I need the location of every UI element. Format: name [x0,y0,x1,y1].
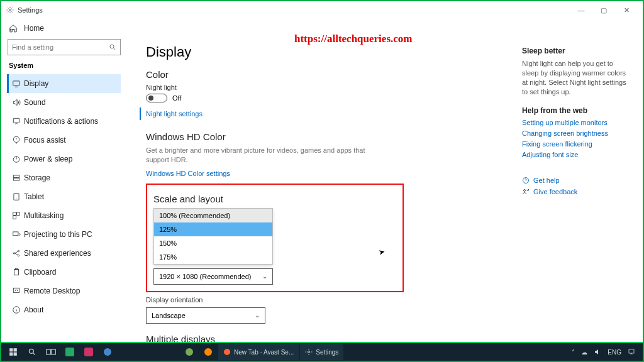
sidebar-item-label: Projecting to this PC [24,230,92,239]
sidebar-item-shared[interactable]: Shared experiences [8,244,121,263]
pinned-app-3[interactable] [98,343,117,361]
resolution-value: 1920 × 1080 (Recommended) [159,273,251,280]
scale-option-150[interactable]: 150% [154,236,272,250]
svg-rect-10 [17,212,20,216]
hd-settings-link[interactable]: Windows HD Color settings [146,170,230,177]
resolution-select[interactable]: 1920 × 1080 (Recommended) ⌄ [153,268,273,285]
search-button[interactable] [23,343,42,361]
sidebar-item-display[interactable]: Display [7,74,121,93]
orientation-select[interactable]: Landscape ⌄ [146,307,265,324]
taskbar-app-settings[interactable]: Settings [300,344,343,360]
sidebar-item-clipboard[interactable]: Clipboard [8,263,121,282]
taskbar: New Tab - Avast Se... Settings ˄ ☁ ENG [1,342,643,361]
home-icon [9,24,18,33]
help-link-monitors[interactable]: Setting up multiple monitors [522,119,629,126]
help-link-fontsize[interactable]: Adjusting font size [522,151,629,158]
help-icon [522,177,533,184]
give-feedback-link[interactable]: Give feedback [522,188,629,195]
svg-point-34 [224,349,230,355]
sidebar-item-label: Clipboard [24,268,56,277]
home-nav[interactable]: Home [9,24,121,33]
svg-point-31 [104,348,111,356]
svg-rect-12 [13,232,18,236]
svg-rect-18 [13,288,19,292]
pinned-app-4[interactable] [180,343,199,361]
svg-point-32 [186,348,193,356]
sleep-better-heading: Sleep better [522,47,629,55]
sidebar-item-projecting[interactable]: Projecting to this PC [8,225,121,244]
get-help-link[interactable]: Get help [522,177,629,184]
minimize-button[interactable]: — [570,6,592,14]
sidebar-item-label: Multitasking [24,211,64,220]
pinned-app-1[interactable] [60,343,79,361]
clipboard-icon [9,268,24,277]
help-link-flickering[interactable]: Fixing screen flickering [522,140,629,148]
svg-rect-24 [9,353,13,356]
orientation-value: Landscape [152,312,186,319]
svg-point-26 [29,349,33,353]
display-icon [9,79,24,88]
sidebar-item-label: Power & sleep [24,155,72,163]
taskbar-app-label: New Tab - Avast Se... [234,349,294,356]
scale-heading: Scale and layout [153,194,396,204]
svg-point-35 [308,351,310,353]
sidebar-item-label: Focus assist [24,136,66,145]
about-icon [9,305,24,314]
hd-description: Get a brighter and more vibrant picture … [146,146,385,165]
system-tray[interactable]: ˄ ☁ ENG [572,348,640,356]
tray-volume-icon[interactable] [594,348,601,356]
start-button[interactable] [4,343,23,361]
svg-rect-2 [13,81,20,85]
svg-rect-23 [14,348,17,351]
sidebar-item-tablet[interactable]: Tablet [8,187,121,206]
scale-option-100[interactable]: 100% (Recommended) [154,209,272,222]
svg-rect-28 [52,349,56,354]
svg-point-21 [524,190,526,192]
tray-lang[interactable]: ENG [608,349,621,356]
sidebar-item-label: Tablet [24,192,44,201]
give-feedback-label: Give feedback [533,188,577,195]
svg-rect-29 [65,348,74,356]
night-light-settings-link[interactable]: Night light settings [146,110,203,118]
tray-cloud-icon[interactable]: ☁ [581,349,587,356]
sidebar-item-label: About [24,305,43,314]
shared-icon [9,249,24,258]
sidebar-item-power[interactable]: Power & sleep [8,150,121,168]
svg-point-15 [18,255,19,256]
maximize-button[interactable]: ▢ [592,6,615,14]
sidebar-item-focus[interactable]: Focus assist [8,131,121,150]
notifications-icon [9,117,24,126]
sidebar-item-multitasking[interactable]: Multitasking [8,206,121,225]
tray-chevron-icon[interactable]: ˄ [572,349,575,356]
notification-center-icon[interactable] [628,348,635,356]
sidebar-item-label: Display [24,79,48,88]
sidebar-item-remote[interactable]: Remote Desktop [8,282,121,300]
help-link-brightness[interactable]: Changing screen brightness [522,129,629,137]
svg-point-14 [18,250,19,251]
sidebar-item-storage[interactable]: Storage [8,168,121,187]
sidebar-item-notifications[interactable]: Notifications & actions [8,112,121,131]
toggle-pill [146,94,167,102]
scale-highlight-box: Scale and layout 100% (Recommended) 125%… [146,184,404,292]
taskview-button[interactable] [42,343,60,361]
scale-option-175[interactable]: 175% [154,250,272,264]
svg-point-1 [110,45,114,48]
svg-rect-6 [13,178,19,181]
pinned-app-5[interactable] [199,343,218,361]
taskbar-app-browser[interactable]: New Tab - Avast Se... [218,344,299,360]
get-help-label: Get help [533,177,560,184]
sidebar-item-about[interactable]: About [8,300,121,319]
projecting-icon [9,230,24,239]
pinned-app-2[interactable] [79,343,98,361]
search-input[interactable]: Find a setting [8,39,121,55]
scale-dropdown-open[interactable]: 100% (Recommended) 125% 150% 175% [153,208,273,265]
sleep-better-text: Night light can help you get to sleep by… [522,59,629,96]
chevron-down-icon: ⌄ [255,312,260,319]
svg-point-33 [204,348,212,356]
sidebar: Home Find a setting System Display Sound… [1,40,127,342]
scale-option-125[interactable]: 125% [154,222,272,236]
sidebar-item-sound[interactable]: Sound [8,93,121,112]
multiple-displays-heading: Multiple displays [146,334,630,342]
close-button[interactable]: ✕ [615,6,638,14]
sound-icon [9,98,24,107]
